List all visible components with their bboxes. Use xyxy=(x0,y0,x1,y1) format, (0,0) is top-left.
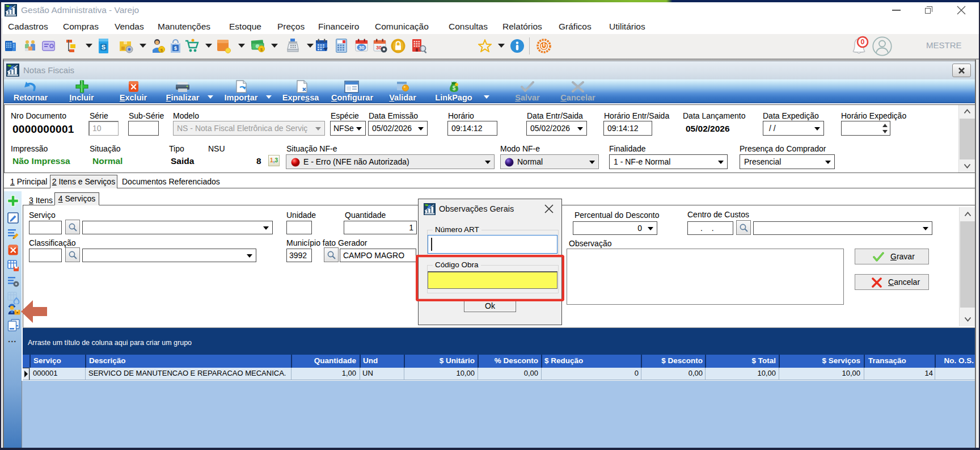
svg-text:$: $ xyxy=(174,45,177,51)
svg-text:30: 30 xyxy=(376,45,382,51)
svg-text:0: 0 xyxy=(861,38,865,46)
svg-text:S: S xyxy=(102,44,105,51)
svg-text:30: 30 xyxy=(358,45,364,51)
svg-text:$: $ xyxy=(453,85,456,91)
svg-text:$: $ xyxy=(160,48,163,53)
svg-text:$: $ xyxy=(260,47,263,52)
